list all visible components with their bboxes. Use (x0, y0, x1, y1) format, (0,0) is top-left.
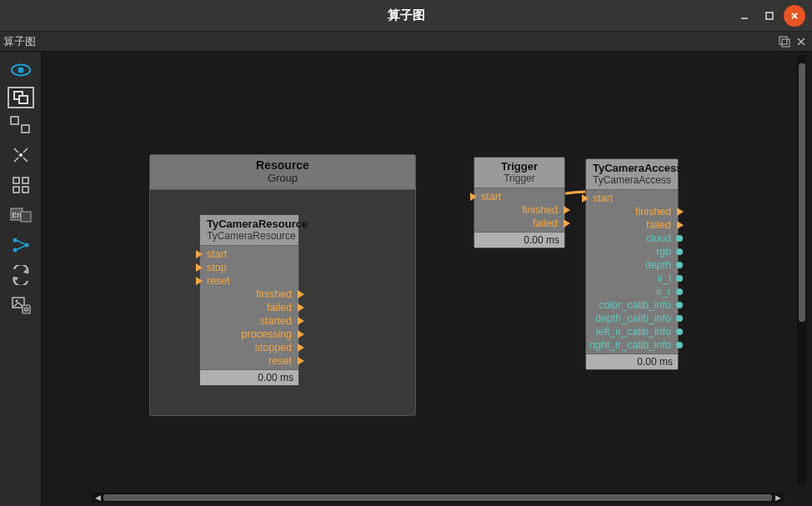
node-header: TyCameraAccess TyCameraAccess (586, 159, 678, 190)
node-trigger[interactable]: Trigger Trigger start finished failed 0.… (474, 157, 565, 248)
scroll-right-icon[interactable]: ▶ (772, 493, 784, 502)
titlebar: 算子图 (0, 0, 812, 32)
output-port-failed[interactable]: failed (200, 301, 298, 314)
output-port-ir-l[interactable]: ir_l (586, 272, 678, 285)
output-port-left-ir-calib[interactable]: left_ir_calib_info (586, 325, 678, 338)
svg-point-26 (13, 238, 17, 243)
svg-rect-5 (782, 39, 789, 47)
input-port-start[interactable]: start (200, 248, 298, 261)
main: En Resource Group (0, 52, 812, 506)
node-subtitle: Trigger (481, 173, 558, 184)
svg-line-14 (14, 148, 18, 153)
output-port-finished[interactable]: finished (200, 288, 298, 301)
grid-icon[interactable] (4, 172, 38, 198)
node-subtitle: TyCameraResource (207, 230, 292, 242)
node-tycameraaccess[interactable]: TyCameraAccess TyCameraAccess start fini… (585, 158, 679, 370)
svg-point-27 (13, 248, 17, 253)
node-body: start finished failed cloud rgb depth ir… (586, 190, 678, 353)
dock-button[interactable] (777, 34, 792, 49)
graph-canvas[interactable]: Resource Group TyCameraResource TyCamera… (42, 52, 812, 506)
tab-bar: 算子图 (0, 32, 812, 52)
svg-rect-11 (19, 96, 28, 103)
output-port-color-calib[interactable]: color_calib_info (586, 298, 678, 312)
output-port-finished[interactable]: finished (474, 203, 564, 217)
output-port-started[interactable]: started (200, 314, 298, 328)
svg-rect-19 (13, 178, 19, 183)
svg-rect-4 (779, 37, 787, 44)
horizontal-scrollbar-thumb[interactable] (103, 494, 772, 501)
output-port-cloud[interactable]: cloud (586, 232, 678, 245)
svg-rect-21 (13, 187, 19, 193)
node-timing: 0.00 ms (586, 353, 678, 369)
output-port-depth[interactable]: depth (586, 258, 678, 272)
node-title: TyCameraAccess (593, 162, 671, 174)
node-title: TyCameraResource (207, 218, 292, 230)
window-controls (734, 5, 805, 27)
svg-text:En: En (12, 211, 21, 219)
input-port-stop[interactable]: stop (200, 261, 298, 274)
tab-actions (777, 34, 809, 49)
output-port-right-ir-calib[interactable]: right_ir_calib_info (586, 338, 678, 352)
svg-rect-25 (21, 212, 31, 222)
svg-line-29 (17, 241, 25, 245)
svg-point-32 (15, 300, 18, 303)
language-icon[interactable]: En (4, 202, 38, 228)
output-port-finished[interactable]: finished (586, 205, 678, 218)
node-body: start stop reset finished failed started… (200, 246, 298, 369)
left-toolbar: En (0, 52, 42, 506)
window-title: 算子图 (388, 8, 425, 23)
node-timing: 0.00 ms (200, 369, 298, 385)
node-tycameraresource[interactable]: TyCameraResource TyCameraResource start … (199, 214, 299, 386)
svg-rect-13 (22, 125, 29, 133)
group-title: Resource (150, 158, 415, 172)
svg-rect-33 (23, 305, 30, 313)
group-header: Resource Group (150, 155, 415, 190)
svg-point-18 (19, 154, 22, 157)
svg-rect-20 (23, 178, 28, 183)
refresh-icon[interactable] (4, 262, 38, 288)
output-port-failed[interactable]: failed (586, 218, 678, 232)
svg-point-28 (24, 243, 28, 248)
scroll-left-icon[interactable]: ◀ (92, 493, 103, 502)
minimize-button[interactable] (734, 5, 755, 27)
svg-rect-22 (23, 187, 28, 193)
horizontal-scrollbar[interactable]: ◀ ▶ (92, 493, 784, 503)
two-boxes-icon[interactable] (4, 112, 38, 138)
svg-rect-1 (766, 13, 773, 19)
eye-icon[interactable] (4, 57, 38, 83)
tab-label[interactable]: 算子图 (3, 34, 36, 49)
svg-line-15 (23, 148, 28, 153)
vertical-scrollbar-thumb[interactable] (799, 63, 805, 322)
tab-close-button[interactable] (794, 34, 809, 49)
svg-rect-12 (11, 117, 18, 124)
output-port-stopped[interactable]: stopped (200, 341, 298, 354)
svg-line-17 (23, 158, 28, 162)
output-port-reset[interactable]: reset (200, 354, 298, 368)
node-header: Trigger Trigger (474, 158, 564, 188)
maximize-button[interactable] (759, 5, 780, 27)
input-port-start[interactable]: start (474, 190, 564, 203)
fit-icon[interactable] (4, 142, 38, 168)
node-header: TyCameraResource TyCameraResource (200, 215, 298, 246)
output-port-processing[interactable]: processing (200, 328, 298, 341)
output-port-rgb[interactable]: rgb (586, 245, 678, 258)
node-timing: 0.00 ms (474, 232, 564, 248)
output-port-failed[interactable]: failed (474, 217, 564, 230)
group-subtitle: Group (150, 172, 415, 184)
save-image-icon[interactable] (4, 292, 38, 318)
overlap-boxes-icon[interactable] (8, 87, 34, 108)
node-subtitle: TyCameraAccess (593, 174, 671, 186)
input-port-reset[interactable]: reset (200, 274, 298, 288)
output-port-depth-calib[interactable]: depth_calib_info (586, 312, 678, 325)
graph-icon[interactable] (4, 232, 38, 258)
node-body: start finished failed (474, 188, 564, 232)
node-title: Trigger (481, 160, 558, 173)
input-port-start[interactable]: start (586, 192, 678, 205)
vertical-scrollbar[interactable] (797, 55, 807, 486)
svg-line-16 (14, 158, 18, 162)
close-button[interactable] (784, 5, 805, 27)
output-port-ir-r[interactable]: ir_r (586, 285, 678, 298)
svg-line-30 (17, 246, 25, 250)
svg-point-9 (18, 68, 23, 73)
